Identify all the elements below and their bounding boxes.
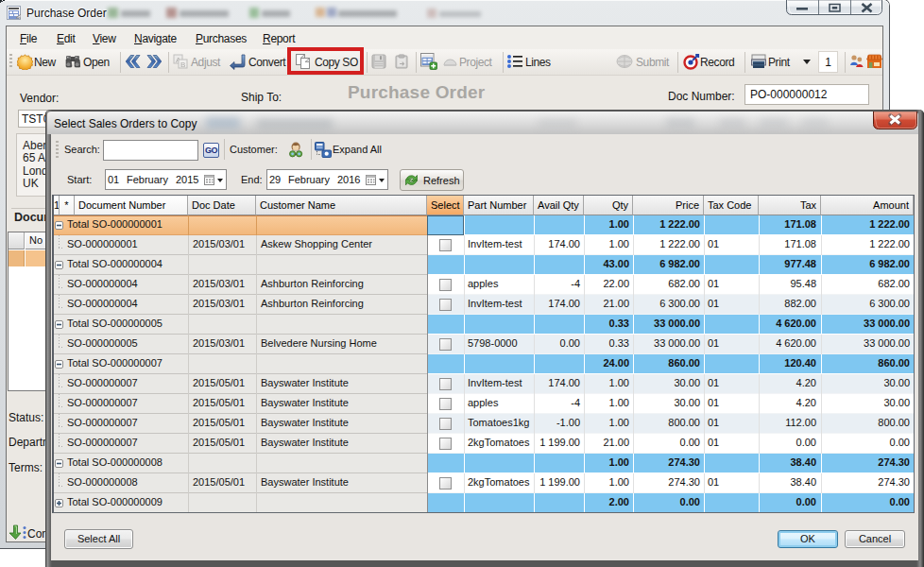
- svg-text:B: B: [180, 60, 185, 69]
